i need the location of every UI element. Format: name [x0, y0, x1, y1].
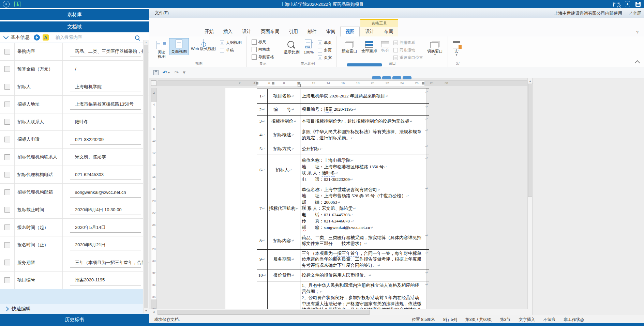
- status-item[interactable]: 第3页 / 共60页: [465, 317, 492, 323]
- page-view-option[interactable]: 单页: [318, 40, 332, 45]
- checkbox[interactable]: [4, 260, 10, 265]
- status-item[interactable]: 不留痕: [543, 317, 555, 323]
- quick-save-icon[interactable]: [153, 70, 159, 75]
- checkbox[interactable]: [4, 207, 10, 213]
- doc-row-content[interactable]: 单位名称：上海中世建设咨询有限公司↵地 址：上海市曹杨路 528 弄 35 号（…: [300, 185, 424, 232]
- undo-icon[interactable]: [163, 70, 167, 75]
- read-view-button[interactable]: 阅读 视图: [154, 38, 169, 60]
- doc-row-label[interactable]: 报价货币↵: [268, 269, 300, 281]
- show-checkbox-item[interactable]: 网格线: [252, 47, 274, 52]
- doc-row-content[interactable]: 参照《中华人民共和国招标投标法》等有关法律、法规和规章的规定，进行招标采购。↵: [300, 127, 424, 143]
- ribbon-tab[interactable]: 审阅: [321, 27, 340, 36]
- view-small-button[interactable]: 草稿: [220, 48, 242, 53]
- doc-row-label[interactable]: 招标控制价↵: [268, 116, 300, 127]
- document-page[interactable]: 1↵项目名称↵上海电机学院 2020-2022 年度药品采购项目↵↵2↵编 号↵…: [225, 88, 426, 309]
- doc-row-content[interactable]: 单位名称：上海电机学院↵地 址：上海市临港校区橄榄路 1350 号↵联 系 人：…: [300, 155, 424, 185]
- field-value-input[interactable]: 宋文凯、陈沁雯: [63, 149, 149, 166]
- scroll-pill[interactable]: [403, 76, 411, 79]
- field-value-input[interactable]: 药品、二类、三类医疗器械采购，按实结: [63, 43, 149, 60]
- scroll-pill[interactable]: [372, 76, 381, 79]
- field-value-input[interactable]: 021-38223209: [63, 131, 149, 148]
- quick-edit-toggle[interactable]: 快速编辑: [0, 304, 149, 314]
- field-value-input[interactable]: 上海电机学院: [63, 78, 149, 95]
- checkbox[interactable]: [4, 277, 10, 283]
- arrange-all-button[interactable]: 全部重排: [359, 38, 379, 55]
- doc-row-content[interactable]: 药品、二类、三类医疗器械采购，按实结算（具体内容详见招标文件第三部分——技术需求…: [300, 232, 424, 249]
- doc-row-content[interactable]: 项目编号：招案 2020-1195↵: [300, 104, 424, 115]
- sidebar-scrollbar[interactable]: [143, 40, 149, 313]
- checkbox-icon[interactable]: [252, 40, 257, 45]
- scrollbar-thumb[interactable]: [158, 310, 370, 315]
- ribbon-tab[interactable]: 设计: [237, 27, 256, 36]
- web-layout-button[interactable]: Web 版式视图: [189, 38, 218, 52]
- checkbox[interactable]: [4, 84, 10, 90]
- status-item[interactable]: 第3节: [500, 317, 511, 323]
- field-value-input[interactable]: 上海市临港校区橄榄路1350号: [63, 96, 149, 113]
- checkbox[interactable]: [4, 119, 10, 125]
- save-icon[interactable]: [635, 2, 641, 7]
- doc-row-number[interactable]: 2↵: [257, 104, 268, 115]
- history-bids-header[interactable]: 历史标书: [0, 314, 149, 326]
- database-disconnect-icon[interactable]: [613, 3, 619, 7]
- doc-row-label[interactable]: 招标方式↵: [268, 143, 300, 155]
- scrollbar-thumb[interactable]: [528, 84, 532, 197]
- checkbox[interactable]: [4, 137, 10, 142]
- table-column-marker-icon[interactable]: [256, 81, 259, 85]
- doc-row-content[interactable]: 上海电机学院 2020-2022 年度药品采购项目↵: [300, 89, 424, 103]
- table-column-marker-icon[interactable]: [422, 81, 425, 85]
- doc-row-number[interactable]: 7↵: [257, 185, 268, 232]
- doc-row-number[interactable]: 8↵: [257, 232, 268, 249]
- new-window-button[interactable]: 新建窗口: [340, 38, 359, 55]
- ribbon-tab[interactable]: 邮件: [303, 27, 321, 36]
- scroll-pill[interactable]: [382, 76, 391, 79]
- ribbon-tab[interactable]: 引用: [284, 27, 303, 36]
- ribbon-tab[interactable]: 开始: [200, 27, 219, 36]
- field-value-input[interactable]: 2020年5月21日: [63, 236, 149, 254]
- field-value-input[interactable]: 陆叶冬: [63, 113, 149, 131]
- view-small-button[interactable]: 大纲视图: [220, 40, 242, 45]
- split-button[interactable]: 拆分: [379, 38, 391, 54]
- floating-scroll-bar[interactable]: [347, 63, 382, 66]
- indent-marker-icon[interactable]: [298, 84, 301, 87]
- document-horizontal-scrollbar[interactable]: [149, 309, 644, 315]
- field-value-input[interactable]: 招案2020-1195: [63, 271, 149, 289]
- scroll-down-icon[interactable]: [144, 309, 149, 313]
- status-item[interactable]: 位置 8.5厘米: [412, 317, 435, 323]
- doc-row-label[interactable]: 招标代理机构↵: [268, 185, 300, 232]
- macro-button[interactable]: 宏 ▼: [451, 38, 462, 58]
- doc-row-number[interactable]: 9↵: [257, 250, 268, 269]
- doc-row-content[interactable]: 投标文件的报价采用人民币报价。↵: [300, 269, 424, 281]
- doc-row-label[interactable]: 编 号↵: [268, 104, 300, 115]
- zoom-button[interactable]: 显示比例: [282, 38, 302, 56]
- checkbox[interactable]: [4, 224, 10, 230]
- scrollbar-thumb[interactable]: [144, 45, 148, 308]
- status-item[interactable]: 非工作状态: [564, 317, 584, 323]
- ribbon-tab[interactable]: 页面布局: [256, 27, 284, 36]
- window-small-button[interactable]: 同步滚动: [393, 48, 423, 53]
- field-value-input[interactable]: 2020年5月14日: [63, 219, 149, 236]
- doc-row-content[interactable]: 1、具有中华人民共和国境内注册的独立法人资格及相应的经营范围；↵2、公司资产状况…: [300, 281, 424, 309]
- doc-row-content[interactable]: 三年（本项目为一招三年首年，合同一年一签，每年对中标单位承诺的当年的服务质量、工…: [300, 250, 424, 269]
- checkbox[interactable]: [4, 66, 10, 72]
- ribbon-context-tab[interactable]: 布局: [379, 27, 398, 36]
- window-small-button[interactable]: 并排查看: [393, 40, 423, 45]
- collapse-ribbon-icon[interactable]: [635, 60, 640, 66]
- ribbon-tab[interactable]: 插入: [219, 27, 237, 36]
- field-value-input[interactable]: 2020年6月4日 10:30:00: [63, 201, 149, 219]
- ribbon-tab[interactable]: 视图: [340, 27, 360, 36]
- scroll-up-icon[interactable]: [144, 40, 149, 45]
- doc-row-number[interactable]: 6↵: [257, 155, 268, 185]
- checkbox[interactable]: [4, 49, 10, 55]
- doc-row-label[interactable]: 招标概述↵: [268, 127, 300, 143]
- switch-window-button[interactable]: 切换窗口 ▼: [425, 38, 445, 57]
- doc-row-content[interactable]: 本项目招标控制价为/，超过招标控制价的投标为无效标↵: [300, 116, 424, 127]
- checkbox[interactable]: [4, 172, 10, 177]
- scroll-up-icon[interactable]: [528, 78, 533, 84]
- ribbon-context-tab[interactable]: 设计: [360, 27, 379, 36]
- customize-toolbar-icon[interactable]: [183, 72, 185, 75]
- checkbox[interactable]: [4, 102, 10, 107]
- doc-row-number[interactable]: 10↵: [257, 269, 268, 281]
- page-view-option[interactable]: 页宽: [318, 55, 332, 60]
- checkbox-icon[interactable]: [252, 55, 257, 60]
- file-menu[interactable]: 文件(F): [155, 10, 169, 16]
